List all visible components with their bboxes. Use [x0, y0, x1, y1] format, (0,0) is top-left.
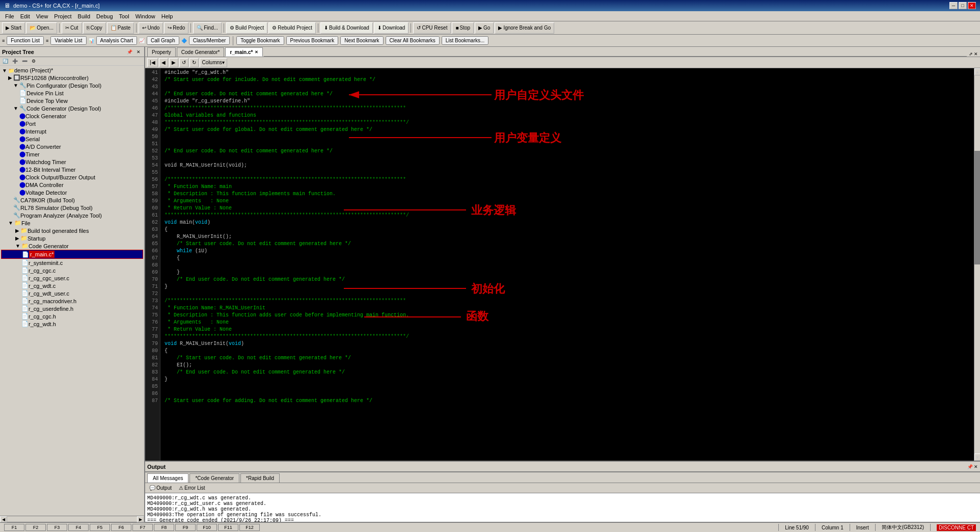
minimize-button[interactable]: ─ [949, 2, 958, 9]
output-content[interactable]: MD409000:r_cg_wdt.c was generated. MD409… [145, 493, 980, 522]
tree-item-r-cg-macrodriver[interactable]: 📄 r_cg_macrodriver.h [1, 297, 143, 305]
fkey-f11[interactable]: F11 [218, 524, 238, 531]
code-editor[interactable]: 4142434445 4647484950 5152535455 5657585… [145, 68, 980, 461]
tree-item-voltage[interactable]: ⬤ Voltage Detector [1, 189, 143, 196]
scroll-track[interactable] [974, 75, 980, 454]
tree-item-port[interactable]: ⬤ Port [1, 120, 143, 127]
tree-item-r-cg-wdt-h[interactable]: 📄 r_cg_wdt.h [1, 320, 143, 328]
class-member-button[interactable]: Class/Member [189, 36, 230, 45]
output-tab-code-gen[interactable]: *Code Generator [189, 473, 239, 483]
variable-list-button[interactable]: Variable List [50, 36, 86, 45]
tree-item-r-cg-cgc[interactable]: 📄 r_cg_cgc.c [1, 267, 143, 274]
toggle-bookmark-button[interactable]: Toggle Bookmark [236, 36, 284, 45]
prev-bookmark-button[interactable]: Previous Bookmark [286, 36, 339, 45]
tree-item-file-root[interactable]: ▼ 📁 File [1, 219, 143, 227]
fkey-f2[interactable]: F2 [25, 524, 46, 531]
output-pin-button[interactable]: 📌 [967, 464, 973, 469]
tree-item-pin-config[interactable]: ▼ 🔧 Pin Configurator (Design Tool) [1, 82, 143, 89]
tree-item-r-systeminit[interactable]: 📄 r_systeminit.c [1, 259, 143, 267]
next-bookmark-button[interactable]: Next Bookmark [340, 36, 383, 45]
tree-item-r-cg-cgc-user[interactable]: 📄 r_cg_cgc_user.c [1, 274, 143, 282]
scroll-down-button[interactable]: ▼ [974, 454, 980, 461]
tree-add-button[interactable]: ➕ [11, 58, 19, 64]
tree-item-startup[interactable]: ▶ 📁 Startup [1, 234, 143, 242]
tree-item-interrupt[interactable]: ⬤ Interrupt [1, 127, 143, 135]
editor-close-button[interactable]: ✕ [974, 51, 978, 57]
float-button[interactable]: ⇗ [969, 51, 973, 57]
nav-next-button[interactable]: ▶ [169, 58, 178, 67]
menu-window[interactable]: Window [132, 12, 158, 20]
find-button[interactable]: 🔍 Find... [193, 22, 222, 34]
fkey-f12[interactable]: F12 [239, 524, 260, 531]
columns-button[interactable]: Columns▾ [200, 58, 227, 67]
menu-help[interactable]: Help [158, 12, 176, 20]
fkey-f4[interactable]: F4 [68, 524, 89, 531]
open-button[interactable]: 📂 Open... [26, 22, 57, 34]
redo-button[interactable]: ↪ Redo [164, 22, 188, 34]
tree-item-prog-analyzer[interactable]: 🔧 Program Analyzer (Analyze Tool) [1, 211, 143, 219]
tree-item-code-gen[interactable]: ▼ 🔧 Code Generator (Design Tool) [1, 104, 143, 112]
output-tab-rapid-build[interactable]: *Rapid Build [240, 473, 280, 483]
function-list-button[interactable]: Function List [7, 36, 44, 45]
subtab-output[interactable]: 💬 Output [147, 485, 174, 491]
go-button[interactable]: ▶ Go [475, 22, 494, 34]
menu-build[interactable]: Build [75, 12, 93, 20]
menu-file[interactable]: File [2, 12, 17, 20]
tree-item-device-pin-list[interactable]: 📄 Device Pin List [1, 89, 143, 97]
rebuild-project-button[interactable]: ⚙ Rebuild Project [268, 22, 316, 34]
ignore-break-go-button[interactable]: ▶ Ignore Break and Go [495, 22, 554, 34]
tree-item-r-cg-userdefine[interactable]: 📄 r_cg_userdefine.h [1, 305, 143, 312]
tree-settings-button[interactable]: ⚙ [30, 58, 37, 64]
tree-item-ca78k0r[interactable]: 🔧 CA78K0R (Build Tool) [1, 196, 143, 204]
nav-first-button[interactable]: |◀ [147, 58, 158, 67]
list-bookmarks-button[interactable]: List Bookmarks... [442, 36, 489, 45]
tab-property[interactable]: Property [147, 47, 176, 57]
tree-pin-button[interactable]: 📌 [125, 49, 134, 55]
tree-item-dma[interactable]: ⬤ DMA Controller [1, 181, 143, 189]
tree-item-clock-gen[interactable]: ⬤ Clock Generator [1, 112, 143, 120]
call-graph-button[interactable]: Call Graph [147, 36, 179, 45]
tree-item-serial[interactable]: ⬤ Serial [1, 135, 143, 143]
tree-root[interactable]: ▼ 📁 demo (Project)* [1, 67, 143, 74]
fkey-f8[interactable]: F8 [154, 524, 174, 531]
analysis-chart-button[interactable]: Analysis Chart [96, 36, 137, 45]
fkey-f3[interactable]: F3 [47, 524, 67, 531]
menu-debug[interactable]: Debug [93, 12, 116, 20]
stop-button[interactable]: ■ Stop [452, 22, 474, 34]
tree-item-code-gen-folder[interactable]: ▼ 📁 Code Generator [1, 242, 143, 250]
tab-code-generator[interactable]: Code Generator* [177, 47, 225, 57]
tree-item-clock-output[interactable]: ⬤ Clock Output/Buzzer Output [1, 173, 143, 181]
tree-item-r-cg-wdt[interactable]: 📄 r_cg_wdt.c [1, 282, 143, 289]
fkey-f9[interactable]: F9 [175, 524, 196, 531]
tree-close-button[interactable]: ✕ [135, 49, 142, 55]
tree-item-12bit-timer[interactable]: ⬤ 12-Bit Interval Timer [1, 166, 143, 173]
tree-item-rl78-sim[interactable]: 🔧 RL78 Simulator (Debug Tool) [1, 204, 143, 211]
tree-refresh-button[interactable]: 🔄 [1, 58, 10, 64]
subtab-error-list[interactable]: ⚠ Error List [177, 485, 207, 491]
paste-button[interactable]: 📋 Paste [107, 22, 134, 34]
fkey-f6[interactable]: F6 [111, 524, 131, 531]
tree-item-adc[interactable]: ⬤ A/D Converter [1, 143, 143, 150]
tree-scroll-right[interactable]: ▶ [137, 516, 144, 522]
cpu-reset-button[interactable]: ↺ CPU Reset [413, 22, 451, 34]
tree-remove-button[interactable]: ➖ [20, 58, 29, 64]
nav-prev-button[interactable]: ◀ [159, 58, 168, 67]
tree-item-r-cg-wdt-user[interactable]: 📄 r_cg_wdt_user.c [1, 289, 143, 297]
output-close-button[interactable]: ✕ [974, 464, 978, 469]
tree-item-device-top-view[interactable]: 📄 Device Top View [1, 97, 143, 104]
menu-tool[interactable]: Tool [116, 12, 132, 20]
menu-view[interactable]: View [33, 12, 51, 20]
code-vscrollbar[interactable]: ▲ ▼ [974, 68, 980, 461]
download-button[interactable]: ⬇ Download [374, 22, 409, 34]
tab-r-main-c[interactable]: r_main.c* ✕ [225, 47, 263, 57]
nav-undo-button[interactable]: ↺ [179, 58, 188, 67]
maximize-button[interactable]: □ [959, 2, 967, 9]
tree-item-r-main-c[interactable]: 📄 r_main.c* [1, 250, 143, 259]
fkey-f1[interactable]: F1 [4, 524, 24, 531]
tree-item-watchdog[interactable]: ⬤ Watchdog Timer [1, 158, 143, 166]
start-button[interactable]: ▶ Start [2, 22, 25, 34]
output-tab-all-messages[interactable]: All Messages [147, 473, 188, 483]
close-button[interactable]: ✕ [968, 2, 976, 9]
scroll-up-button[interactable]: ▲ [974, 68, 980, 75]
copy-button[interactable]: ⎘ Copy [83, 22, 106, 34]
